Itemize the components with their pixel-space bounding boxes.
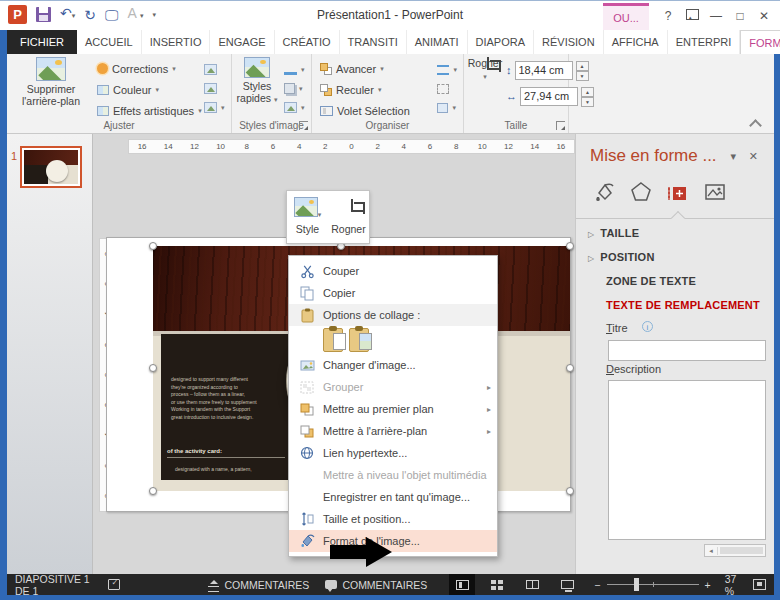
scroll-left-icon[interactable]: ◂ <box>705 547 718 555</box>
view-reading-button[interactable] <box>519 574 545 595</box>
menu-item-lien-hypertexte[interactable]: Lien hypertexte... <box>289 442 497 464</box>
menu-item-copier[interactable]: Copier <box>289 282 497 304</box>
selection-handle-top-left[interactable] <box>149 242 157 250</box>
pane-scrollbar[interactable]: ◂ <box>704 544 766 557</box>
save-icon[interactable] <box>36 7 51 22</box>
group-objects-button[interactable] <box>437 79 457 98</box>
tab-animations[interactable]: ANIMATI <box>407 30 468 54</box>
effets-artistiques-button[interactable]: Effets artistiques▾ <box>97 100 202 121</box>
styles-dialog-launcher-icon[interactable] <box>299 121 308 130</box>
selection-handle-bottom-left[interactable] <box>149 487 157 495</box>
compress-picture-button[interactable] <box>204 60 225 79</box>
pane-menu-icon[interactable]: ▾ <box>730 150 736 163</box>
info-icon[interactable]: i <box>642 321 653 332</box>
ribbon-display-options-button[interactable] <box>680 5 704 27</box>
view-normal-button[interactable] <box>449 574 475 595</box>
picture-layout-button[interactable]: ▾ <box>284 98 305 117</box>
selection-handle-bottom-right[interactable] <box>566 487 574 495</box>
tab-creation[interactable]: CRÉATIO <box>275 30 340 54</box>
section-taille[interactable]: ▷TAILLE <box>588 227 639 239</box>
menu-item-couper[interactable]: Couper <box>289 260 497 282</box>
crop-button[interactable]: Rogner▾ <box>466 57 504 83</box>
scrollbar-thumb[interactable] <box>720 547 763 554</box>
description-textarea[interactable] <box>608 380 766 540</box>
collapse-ribbon-icon[interactable] <box>751 118 760 127</box>
zoom-slider-thumb[interactable] <box>634 578 639 591</box>
zoom-slider[interactable] <box>607 584 699 585</box>
tab-transitions[interactable]: TRANSITI <box>340 30 407 54</box>
section-zone-de-texte[interactable]: ZONE DE TEXTE <box>606 275 696 287</box>
remove-background-button[interactable]: Supprimer l'arrière-plan <box>11 57 91 107</box>
change-picture-button[interactable] <box>204 79 225 98</box>
close-button[interactable]: ✕ <box>752 5 776 27</box>
tab-format-active[interactable]: FORMAT <box>740 30 780 54</box>
tab-affichage[interactable]: AFFICHA <box>604 30 668 54</box>
customize-qat-icon[interactable]: ▾ <box>152 11 156 19</box>
menu-item-arriere-plan[interactable]: Mettre à l'arrière-plan▸ <box>289 420 497 442</box>
taille-dialog-launcher-icon[interactable] <box>556 121 565 130</box>
contextual-tab-group-header[interactable]: OU... <box>603 3 649 31</box>
menu-item-format-image[interactable]: Format de l'image... <box>289 530 497 552</box>
picture-effects-button[interactable]: ▾ <box>284 79 305 98</box>
redo-icon[interactable]: ↻ <box>84 7 96 23</box>
tab-insertion[interactable]: INSERTIO <box>142 30 211 54</box>
selection-pane-button[interactable]: Volet Sélection <box>320 100 410 121</box>
paste-keep-formatting-icon[interactable] <box>323 328 343 352</box>
tab-engage[interactable]: ENGAGE <box>210 30 274 54</box>
menu-item-taille-position[interactable]: Taille et position... <box>289 508 497 530</box>
height-spinner[interactable]: ▲▼ <box>576 61 589 80</box>
reset-picture-button[interactable]: ▾ <box>204 98 225 117</box>
fill-tab-icon[interactable] <box>592 180 616 204</box>
slide-thumbnail[interactable] <box>20 146 82 188</box>
selection-handle-mid-right[interactable] <box>566 364 574 372</box>
tab-revision[interactable]: RÉVISION <box>534 30 604 54</box>
menu-item-enregistrer-image[interactable]: Enregistrer en tant qu'image... <box>289 486 497 508</box>
bring-forward-button[interactable]: Avancer ▾ <box>320 58 410 79</box>
start-presentation-icon[interactable]: 🖵 <box>105 7 119 23</box>
send-backward-button[interactable]: Reculer ▾ <box>320 79 410 100</box>
tab-enterprise[interactable]: ENTERPRI <box>668 30 741 54</box>
selection-handle-mid-left[interactable] <box>149 364 157 372</box>
size-properties-tab-icon[interactable] <box>666 180 690 204</box>
zoom-percentage[interactable]: 37 % <box>717 574 751 595</box>
fit-to-window-button[interactable] <box>751 574 774 595</box>
tab-fichier[interactable]: FICHIER <box>7 30 77 54</box>
titre-input[interactable] <box>608 340 766 361</box>
zoom-in-icon[interactable]: + <box>705 579 711 591</box>
scissors-icon <box>297 263 317 279</box>
menu-item-premier-plan[interactable]: Mettre au premier plan▸ <box>289 398 497 420</box>
width-input[interactable] <box>520 87 578 106</box>
view-slide-sorter-button[interactable] <box>484 574 510 595</box>
width-spinner[interactable]: ▲▼ <box>581 87 594 106</box>
minimize-button[interactable]: — <box>704 5 728 27</box>
tab-accueil[interactable]: ACCUEIL <box>77 30 142 54</box>
section-texte-remplacement[interactable]: TEXTE DE REMPLACEMENT <box>606 299 760 311</box>
zoom-out-icon[interactable]: − <box>594 579 600 591</box>
undo-icon[interactable]: ↶▾ <box>60 5 75 24</box>
menu-item-changer-image[interactable]: Changer d'image... <box>289 354 497 376</box>
rotate-button[interactable]: ▾ <box>437 98 457 117</box>
paste-as-picture-icon[interactable] <box>349 328 369 352</box>
effects-tab-icon[interactable] <box>629 180 653 204</box>
align-button[interactable]: ▾ <box>437 60 457 79</box>
help-button[interactable]: ? <box>656 5 680 27</box>
selection-handle-top-right[interactable] <box>566 242 574 250</box>
height-input[interactable] <box>515 61 573 80</box>
spellcheck-button[interactable] <box>100 574 128 595</box>
mini-style-button[interactable]: ▾ Style <box>287 191 328 243</box>
notes-button[interactable]: COMMENTAIRES <box>200 574 317 595</box>
picture-tab-icon[interactable] <box>703 180 727 204</box>
couleur-button[interactable]: Couleur▾ <box>97 79 202 100</box>
section-position[interactable]: ▷POSITION <box>588 251 655 263</box>
horizontal-ruler[interactable]: 1614121086420246810121416 <box>128 139 575 154</box>
mini-crop-button[interactable]: Rogner <box>328 191 369 243</box>
pane-close-icon[interactable]: ✕ <box>749 150 758 163</box>
view-slideshow-button[interactable] <box>554 574 580 595</box>
picture-border-button[interactable]: ▾ <box>284 60 305 79</box>
tab-diaporama[interactable]: DIAPORA <box>468 30 535 54</box>
quick-styles-button[interactable]: Stylesrapides ▾ <box>234 57 280 106</box>
comments-button[interactable]: COMMENTAIRES <box>317 574 435 595</box>
corrections-button[interactable]: Corrections▾ <box>97 58 202 79</box>
slide-sorter-icon <box>491 580 503 590</box>
maximize-button[interactable]: □ <box>728 5 752 27</box>
